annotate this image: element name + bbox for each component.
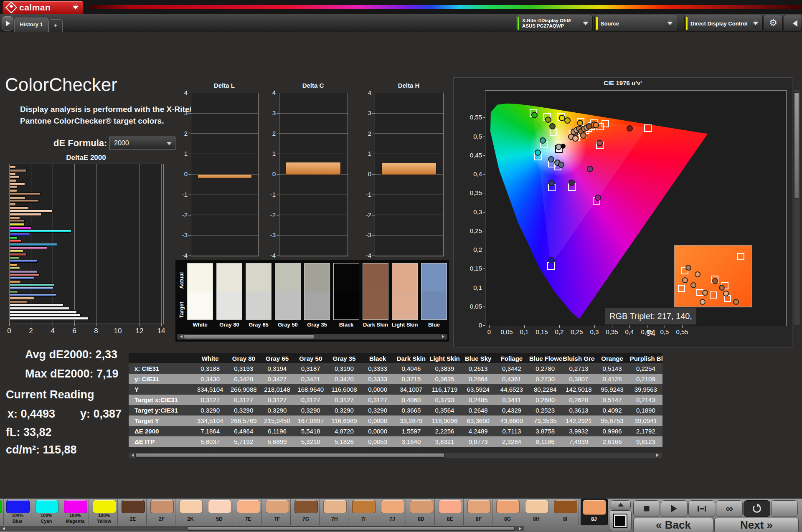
tab-scroll-button[interactable] (2, 16, 13, 30)
scroll-left-icon[interactable] (178, 335, 183, 338)
scroll-thumb[interactable] (184, 334, 314, 339)
scroll-right-icon[interactable] (442, 335, 446, 338)
pattern-7h[interactable]: 7H (321, 499, 348, 525)
inset-actual-circle (712, 278, 718, 284)
range-button[interactable] (688, 500, 715, 517)
back-button[interactable]: « Back (633, 518, 713, 532)
pattern-8g[interactable]: 8G (494, 499, 521, 525)
swatch-target (392, 291, 417, 319)
scroll-left-icon[interactable] (130, 453, 134, 457)
table-row: Y334,5104266,9088218,0148168,9640116,600… (129, 384, 662, 395)
pattern-7e[interactable]: 7E (235, 499, 262, 525)
max-de2000: Max dE2000: 7,19 (25, 367, 119, 380)
scroll-right-icon[interactable] (656, 453, 660, 457)
table-cell: 0,2143 (629, 395, 662, 405)
pattern-2f[interactable]: 2F (148, 499, 175, 525)
meter-dropdown[interactable]: X-Rite i1Display OEM ASUS PG27AQWP (516, 15, 593, 32)
table-cell: 167,0897 (294, 415, 327, 426)
delta-axis-tick: -1 (357, 191, 371, 198)
table-cell: 2,2256 (428, 426, 461, 436)
pattern-100%-yellow[interactable]: 100%Yellow (91, 499, 118, 525)
tick-mark (507, 325, 507, 328)
pattern-chip (381, 500, 404, 513)
delta-axis-tick: 2 (173, 130, 188, 137)
table-cell: 116,1719 (428, 384, 461, 395)
scroll-thumb[interactable] (187, 527, 515, 531)
collapse-left-icon[interactable] (784, 15, 801, 32)
reading-cdm2: cd/m²: 115,88 (6, 443, 77, 456)
pattern-up-button[interactable] (611, 500, 631, 509)
pattern-partial[interactable] (0, 499, 4, 525)
table-cell: 0,1890 (629, 405, 662, 415)
source-dropdown[interactable]: Source (594, 15, 677, 32)
chevron-down-icon[interactable] (581, 19, 590, 28)
tick-mark (277, 93, 279, 93)
cie-vertical-scrollbar[interactable] (794, 90, 800, 325)
play-button[interactable] (661, 500, 688, 517)
pattern-100%-cyan[interactable]: 100%Cyan (33, 499, 60, 525)
pattern-chip (583, 500, 606, 515)
gear-icon[interactable]: ⚙ (764, 15, 783, 32)
table-scrollbar[interactable] (129, 453, 662, 458)
pattern-2k[interactable]: 2K (177, 499, 204, 525)
inset-actual-circle (723, 291, 729, 296)
pattern-chip (525, 500, 548, 513)
infinity-button[interactable]: ∞ (716, 500, 743, 517)
next-button[interactable]: Next » (714, 518, 799, 532)
pattern-8f[interactable]: 8F (465, 499, 492, 525)
de-formula-dropdown[interactable]: 2000 (109, 137, 175, 150)
logo-dropdown-arrow-icon[interactable] (71, 3, 80, 12)
pattern-label: 7J (379, 516, 406, 522)
tab-add-button[interactable]: + (48, 19, 63, 32)
table-row: x: CIE310,31880,31930,31940,31870,31900,… (129, 363, 662, 374)
ddc-label: Direct Display Control (690, 20, 750, 27)
display-control-dropdown[interactable]: Direct Display Control (684, 15, 763, 32)
tab-history-1[interactable]: History 1 (14, 18, 48, 32)
pattern-5d[interactable]: 5D (206, 499, 233, 525)
pattern-8e[interactable]: 8E (437, 499, 464, 525)
swatch-actual (217, 263, 242, 291)
pattern-window-button[interactable] (609, 510, 632, 531)
loop-button[interactable] (744, 500, 770, 517)
pattern-chip (237, 500, 260, 513)
tick-mark (483, 137, 485, 137)
swatch-blue (421, 263, 447, 320)
table-cell: 6,4964 (227, 426, 260, 436)
pattern-7f[interactable]: 7F (264, 499, 291, 525)
stop-button[interactable] (633, 500, 660, 517)
pattern-scrollbar[interactable] (0, 526, 524, 531)
chevron-down-icon[interactable] (665, 19, 675, 28)
scroll-thumb[interactable] (794, 92, 799, 199)
scroll-thumb[interactable] (135, 453, 444, 458)
column-header: White (193, 353, 227, 363)
scroll-right-icon[interactable] (519, 527, 523, 530)
swatch-actual (392, 263, 417, 291)
table-cell: 2,1792 (629, 426, 662, 436)
scroll-left-icon[interactable] (1, 527, 5, 530)
swatch-scrollbar[interactable] (177, 334, 447, 339)
pattern-8j[interactable]: 8J (581, 499, 608, 525)
table-cell: 0,2109 (629, 374, 662, 384)
pattern-2e[interactable]: 2E (119, 499, 147, 525)
row-label: Target x:CIE31 (129, 395, 193, 405)
pattern-8i[interactable]: 8I (552, 499, 579, 525)
table-cell: 0,9986 (595, 426, 629, 436)
pattern-chip (0, 500, 2, 513)
table-row: ΔE 20007,18646,49646,11965,54184,87200,0… (129, 426, 662, 436)
pattern-100%-blue[interactable]: 100%Blue (4, 499, 31, 525)
pattern-8h[interactable]: 8H (523, 499, 550, 525)
pattern-8d[interactable]: 8D (408, 499, 435, 525)
calman-logo-button[interactable]: calman (3, 1, 84, 14)
pattern-chip (410, 500, 433, 513)
blank-button[interactable] (771, 500, 798, 517)
pattern-7j[interactable]: 7J (379, 499, 406, 525)
pattern-7g[interactable]: 7G (292, 499, 320, 525)
deltae-bar (10, 310, 77, 313)
pattern-7i[interactable]: 7I (350, 499, 377, 525)
deltae-bar (10, 274, 40, 276)
table-cell: 0,3290 (327, 405, 361, 415)
deltae-bar (10, 169, 27, 172)
meter-line1: X-Rite i1Display OEM (522, 18, 580, 23)
chevron-down-icon[interactable] (751, 19, 760, 28)
pattern-100%-magenta[interactable]: 100%Magenta (62, 499, 89, 525)
